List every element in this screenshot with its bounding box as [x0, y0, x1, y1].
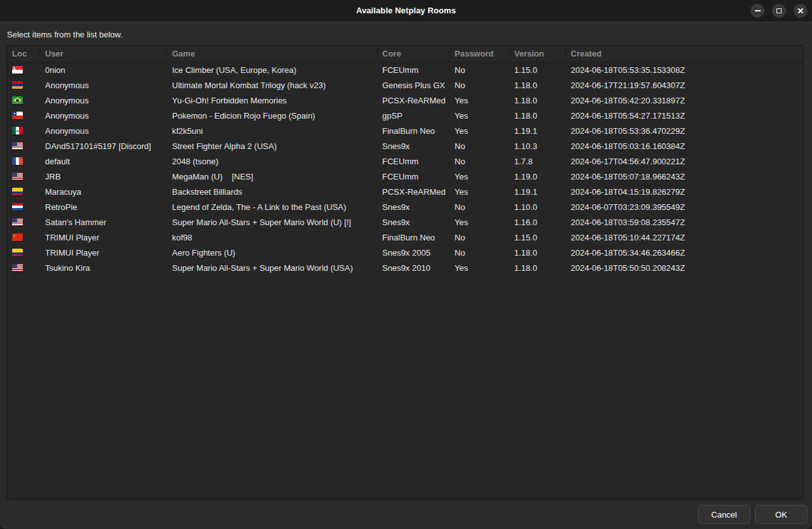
core-cell: Snes9x 2005 — [377, 245, 449, 260]
ok-button[interactable]: OK — [755, 505, 808, 524]
password-cell: No — [449, 230, 509, 245]
flag-usa-icon — [12, 142, 23, 150]
game-cell: 2048 (tsone) — [167, 153, 377, 169]
game-cell: MegaMan (U) [NES] — [167, 169, 377, 184]
game-cell: kof98 — [167, 230, 377, 245]
core-cell: FinalBurn Neo — [377, 123, 449, 138]
core-cell: FCEUmm — [377, 62, 449, 77]
minimize-button[interactable] — [750, 4, 764, 18]
column-header-version[interactable]: Version — [509, 46, 566, 62]
column-header-game[interactable]: Game — [167, 46, 377, 62]
table-row[interactable]: Anonymouskf2k5uniFinalBurn NeoYes1.19.12… — [7, 123, 803, 138]
core-cell: Snes9x — [377, 214, 449, 230]
game-cell: Ultimate Mortal Kombat Trilogy (hack v23… — [167, 77, 377, 93]
created-cell: 2024-06-18T05:07:18.966243Z — [566, 169, 803, 184]
created-cell: 2024-06-18T03:59:08.235547Z — [566, 214, 803, 230]
version-cell: 1.10.3 — [509, 138, 566, 153]
flag-singapore-icon — [12, 66, 23, 74]
maximize-button[interactable] — [772, 4, 786, 18]
version-cell: 1.7.8 — [509, 153, 566, 169]
table-row[interactable]: RetroPieLegend of Zelda, The - A Link to… — [7, 199, 803, 214]
core-cell: FCEUmm — [377, 169, 449, 184]
password-cell: No — [449, 77, 509, 93]
table-body[interactable]: 0nionIce Climber (USA, Europe, Korea)FCE… — [7, 62, 803, 499]
maximize-icon — [776, 8, 782, 13]
table-row[interactable]: 0nionIce Climber (USA, Europe, Korea)FCE… — [7, 62, 803, 77]
cancel-button[interactable]: Cancel — [698, 505, 750, 524]
user-cell: Anonymous — [40, 93, 167, 108]
minimize-icon — [755, 10, 761, 11]
table-row[interactable]: default2048 (tsone)FCEUmmNo1.7.82024-06-… — [7, 153, 803, 169]
core-cell: PCSX-ReARMed — [377, 93, 449, 108]
flag-colombia-icon — [12, 249, 23, 256]
password-cell: Yes — [449, 260, 509, 275]
instruction-text: Select items from the list below. — [6, 27, 804, 45]
loc-cell — [7, 260, 40, 275]
loc-cell — [7, 199, 40, 214]
loc-cell — [7, 214, 40, 230]
flag-armenia-icon — [12, 81, 23, 89]
flag-brazil-icon — [12, 96, 23, 104]
password-cell: No — [449, 245, 509, 260]
table-row[interactable]: MaracuyaBackstreet BilliardsPCSX-ReARMed… — [7, 184, 803, 199]
table-row[interactable]: TRIMUI PlayerAero Fighters (U)Snes9x 200… — [7, 245, 803, 260]
table-row[interactable]: AnonymousUltimate Mortal Kombat Trilogy … — [7, 77, 803, 93]
created-cell: 2024-06-17T04:56:47.900221Z — [566, 153, 803, 169]
loc-cell — [7, 123, 40, 138]
created-cell: 2024-06-18T05:54:27.171513Z — [566, 108, 803, 123]
game-cell: Legend of Zelda, The - A Link to the Pas… — [167, 199, 377, 214]
close-icon — [797, 7, 804, 15]
table-row[interactable]: AnonymousPokemon - Edicion Rojo Fuego (S… — [7, 108, 803, 123]
user-cell: Anonymous — [40, 123, 167, 138]
version-cell: 1.16.0 — [509, 214, 566, 230]
game-cell: Aero Fighters (U) — [167, 245, 377, 260]
titlebar[interactable]: Available Netplay Rooms — [0, 0, 812, 21]
user-cell: JRB — [40, 169, 167, 184]
table-row[interactable]: AnonymousYu-Gi-Oh! Forbidden MemoriesPCS… — [7, 93, 803, 108]
created-cell: 2024-06-17T21:19:57.604307Z — [566, 77, 803, 93]
password-cell: Yes — [449, 214, 509, 230]
dialog-content: Select items from the list below. Loc Us… — [0, 21, 812, 500]
user-cell: Anonymous — [40, 108, 167, 123]
flag-china-icon — [12, 233, 23, 241]
table-row[interactable]: Satan's HammerSuper Mario All-Stars + Su… — [7, 214, 803, 230]
table-row[interactable]: TRIMUI Playerkof98FinalBurn NeoNo1.15.02… — [7, 230, 803, 245]
flag-colombia-icon — [12, 188, 23, 195]
version-cell: 1.15.0 — [509, 62, 566, 77]
version-cell: 1.18.0 — [509, 245, 566, 260]
loc-cell — [7, 230, 40, 245]
loc-cell — [7, 169, 40, 184]
core-cell: gpSP — [377, 108, 449, 123]
dialog-footer: Cancel OK — [0, 500, 812, 529]
column-header-core[interactable]: Core — [377, 46, 449, 62]
flag-usa-icon — [12, 264, 23, 271]
table-row[interactable]: DAnd517101#5197 [Discord]Street Fighter … — [7, 138, 803, 153]
user-cell: DAnd517101#5197 [Discord] — [40, 138, 167, 153]
created-cell: 2024-06-18T05:53:35.153308Z — [566, 62, 803, 77]
game-cell: Pokemon - Edicion Rojo Fuego (Spain) — [167, 108, 377, 123]
password-cell: Yes — [449, 169, 509, 184]
password-cell: Yes — [449, 184, 509, 199]
column-header-password[interactable]: Password — [449, 46, 509, 62]
table-row[interactable]: JRBMegaMan (U) [NES]FCEUmmYes1.19.02024-… — [7, 169, 803, 184]
game-cell: Super Mario All-Stars + Super Mario Worl… — [167, 260, 377, 275]
version-cell: 1.18.0 — [509, 260, 566, 275]
created-cell: 2024-06-18T05:50:50.208243Z — [566, 260, 803, 275]
user-cell: default — [40, 153, 167, 169]
password-cell: No — [449, 62, 509, 77]
user-cell: Anonymous — [40, 77, 167, 93]
column-header-loc[interactable]: Loc — [7, 46, 40, 62]
flag-netherlands-icon — [12, 203, 23, 211]
version-cell: 1.10.0 — [509, 199, 566, 214]
column-header-created[interactable]: Created — [566, 46, 803, 62]
table-row[interactable]: Tsukino KiraSuper Mario All-Stars + Supe… — [7, 260, 803, 275]
core-cell: FCEUmm — [377, 153, 449, 169]
rooms-table[interactable]: Loc User Game Core Password Version Crea… — [6, 45, 804, 500]
close-button[interactable] — [794, 4, 808, 18]
flag-chile-icon — [12, 112, 23, 119]
user-cell: RetroPie — [40, 199, 167, 214]
created-cell: 2024-06-18T05:53:36.470229Z — [566, 123, 803, 138]
user-cell: Tsukino Kira — [40, 260, 167, 275]
user-cell: 0nion — [40, 62, 167, 77]
column-header-user[interactable]: User — [40, 46, 167, 62]
